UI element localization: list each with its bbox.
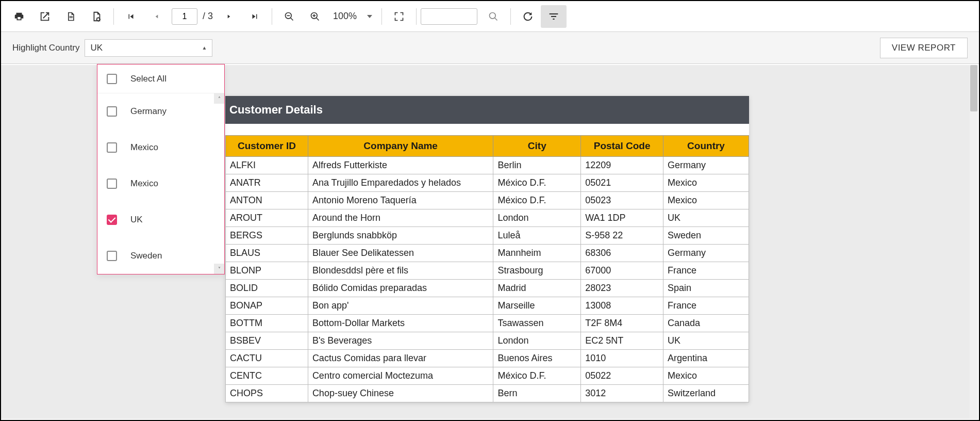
page-settings-button[interactable]	[84, 5, 109, 28]
refresh-button[interactable]	[515, 5, 541, 28]
separator	[510, 8, 511, 25]
dropdown-item-label: Mexico	[130, 142, 158, 153]
dropdown-scroll-up[interactable]: ˄	[214, 93, 224, 104]
table-cell: Alfreds Futterkiste	[308, 157, 493, 174]
separator	[381, 8, 382, 25]
page-number-input[interactable]	[172, 8, 197, 25]
table-cell: Luleå	[493, 227, 581, 245]
table-cell: BERGS	[226, 227, 308, 245]
toolbar: / 3 100%	[1, 1, 979, 32]
vertical-scrollbar[interactable]	[970, 65, 978, 419]
col-header-city: City	[493, 136, 581, 157]
zoom-out-button[interactable]	[276, 5, 302, 28]
report-title: Customer Details	[225, 96, 749, 124]
view-report-button[interactable]: VIEW REPORT	[880, 38, 968, 58]
select-all-label: Select All	[130, 74, 167, 84]
table-cell: 05023	[581, 192, 663, 209]
last-page-icon	[250, 12, 259, 21]
highlight-country-select[interactable]: UK ▲	[85, 39, 212, 57]
table-cell: CHOPS	[226, 385, 308, 402]
zoom-in-icon	[310, 11, 320, 22]
table-cell: UK	[663, 332, 749, 350]
table-row: BOLIDBólido Comidas preparadasMadrid2802…	[226, 280, 749, 297]
table-cell: 1010	[581, 350, 663, 367]
table-cell: Antonio Moreno Taquería	[308, 192, 493, 209]
table-cell: Spain	[663, 280, 749, 297]
checkbox[interactable]	[107, 142, 117, 153]
table-cell: UK	[663, 209, 749, 227]
checkbox-select-all[interactable]	[107, 74, 117, 84]
checkbox[interactable]	[107, 251, 117, 261]
zoom-in-button[interactable]	[302, 5, 328, 28]
checkbox[interactable]	[107, 215, 117, 225]
table-row: ANTONAntonio Moreno TaqueríaMéxico D.F.0…	[226, 192, 749, 209]
table-cell: Mexico	[663, 192, 749, 209]
search-button[interactable]	[480, 5, 506, 28]
checkbox[interactable]	[107, 179, 117, 189]
page-setup-button[interactable]	[58, 5, 84, 28]
table-cell: Blondesddsl père et fils	[308, 262, 493, 280]
table-cell: Bern	[493, 385, 581, 402]
table-cell: Around the Horn	[308, 209, 493, 227]
table-cell: 05021	[581, 174, 663, 192]
table-cell: Marseille	[493, 297, 581, 315]
table-cell: Germany	[663, 157, 749, 174]
svg-point-10	[490, 12, 496, 19]
table-cell: EC2 5NT	[581, 332, 663, 350]
last-page-button[interactable]	[242, 5, 268, 28]
table-cell: S-958 22	[581, 227, 663, 245]
chevron-down-icon	[367, 15, 372, 18]
fullscreen-button[interactable]	[386, 5, 412, 28]
table-cell: Buenos Aires	[493, 350, 581, 367]
table-cell: Cactus Comidas para llevar	[308, 350, 493, 367]
page-total-label: / 3	[203, 11, 213, 22]
dropdown-item[interactable]: Mexico	[97, 129, 224, 166]
table-cell: ALFKI	[226, 157, 308, 174]
export-button[interactable]	[32, 5, 58, 28]
table-cell: ANTON	[226, 192, 308, 209]
table-cell: B's Beverages	[308, 332, 493, 350]
prev-page-icon	[153, 13, 160, 20]
table-row: BOTTMBottom-Dollar MarketsTsawassenT2F 8…	[226, 315, 749, 332]
parameters-toggle-button[interactable]	[541, 5, 567, 28]
zoom-dropdown-button[interactable]	[362, 15, 377, 18]
table-cell: CENTC	[226, 367, 308, 385]
table-cell: México D.F.	[493, 174, 581, 192]
print-button[interactable]	[6, 5, 32, 28]
dropdown-item[interactable]: UK	[97, 202, 224, 238]
col-header-customer-id: Customer ID	[226, 136, 308, 157]
table-cell: BLONP	[226, 262, 308, 280]
prev-page-button[interactable]	[144, 5, 170, 28]
separator	[416, 8, 417, 25]
dropdown-item-label: UK	[130, 215, 143, 225]
dropdown-item[interactable]: Mexico	[97, 166, 224, 202]
table-cell: Sweden	[663, 227, 749, 245]
scrollbar-thumb[interactable]	[970, 65, 977, 111]
col-header-country: Country	[663, 136, 749, 157]
next-page-button[interactable]	[216, 5, 242, 28]
zoom-level-label: 100%	[328, 11, 362, 22]
table-cell: France	[663, 297, 749, 315]
dropdown-select-all[interactable]: Select All	[97, 64, 224, 93]
col-header-company-name: Company Name	[308, 136, 493, 157]
table-cell: México D.F.	[493, 192, 581, 209]
dropdown-item[interactable]: Germany	[97, 93, 224, 129]
dropdown-item[interactable]: Sweden	[97, 238, 224, 274]
highlight-country-value: UK	[90, 43, 103, 53]
table-cell: BONAP	[226, 297, 308, 315]
first-page-icon	[126, 12, 136, 21]
zoom-out-icon	[284, 11, 294, 22]
svg-rect-0	[70, 16, 73, 17]
table-row: CHOPSChop-suey ChineseBern3012Switzerlan…	[226, 385, 749, 402]
table-cell: T2F 8M4	[581, 315, 663, 332]
filter-icon	[549, 12, 559, 21]
checkbox[interactable]	[107, 106, 117, 117]
first-page-button[interactable]	[118, 5, 144, 28]
dropdown-item-label: Sweden	[130, 251, 162, 261]
dropdown-scroll-down[interactable]: ˅	[214, 264, 224, 274]
separator	[272, 8, 272, 25]
search-input[interactable]	[421, 8, 477, 25]
table-row: AROUTAround the HornLondonWA1 1DPUK	[226, 209, 749, 227]
table-cell: Blauer See Delikatessen	[308, 245, 493, 262]
separator	[113, 8, 114, 25]
